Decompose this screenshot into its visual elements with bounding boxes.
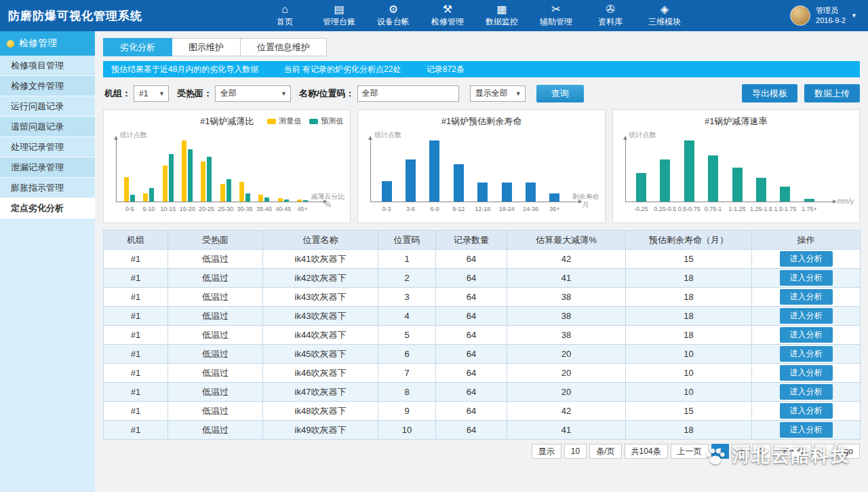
bar-group: [773, 187, 797, 202]
goto-page-input[interactable]: [814, 444, 835, 459]
sidebar-item-repair-file-management[interactable]: 检修文件管理: [0, 76, 95, 96]
enter-analysis-button[interactable]: 进入分析: [780, 289, 833, 305]
table-cell: ik42吹灰器下: [263, 269, 378, 288]
enter-analysis-button[interactable]: 进入分析: [780, 251, 833, 267]
nav-item-3d-module[interactable]: ◈三维模块: [637, 0, 692, 31]
action-cell: 进入分析: [752, 421, 861, 440]
enter-analysis-button[interactable]: 进入分析: [780, 403, 833, 419]
user-avatar[interactable]: [790, 5, 810, 26]
enter-analysis-button[interactable]: 进入分析: [780, 270, 833, 286]
table-cell: 低温过: [168, 326, 263, 345]
next-page-button[interactable]: 下一页: [774, 444, 812, 459]
table-cell: ik41吹灰器下: [263, 250, 378, 269]
page-button-2[interactable]: 2: [732, 444, 750, 459]
surface-select[interactable]: 全部 ▼: [215, 86, 291, 102]
action-cell: 进入分析: [752, 269, 861, 288]
bar-group: [159, 154, 178, 202]
table-body: #1低温过ik41吹灰器下1644215进入分析#1低温过ik42吹灰器下264…: [104, 250, 861, 440]
show-all-select[interactable]: 显示全部 ▼: [470, 86, 526, 102]
tab-degradation-analysis[interactable]: 劣化分析: [103, 38, 172, 56]
prev-page-button[interactable]: 上一页: [671, 444, 709, 459]
page-button-3[interactable]: 3: [753, 444, 771, 459]
gear-icon: ⚙: [389, 3, 398, 16]
table-cell: 2: [378, 269, 436, 288]
x-tick-label: -0.25: [629, 206, 653, 212]
table-row: #1低温过ik45吹灰器下6642010进入分析: [104, 345, 861, 364]
enter-analysis-button[interactable]: 进入分析: [780, 422, 833, 438]
nav-item-maintenance-management[interactable]: ⚒检修管理: [420, 0, 475, 31]
chart-panel-remaining-life: #1锅炉预估剩余寿命 统计点数 0-33-66-99-1212-1818-242…: [357, 109, 605, 223]
enter-analysis-button[interactable]: 进入分析: [780, 384, 833, 400]
sidebar-item-legacy-issue-records[interactable]: 遗留问题记录: [0, 117, 95, 137]
export-template-button[interactable]: 导出模板: [742, 84, 797, 102]
nav-item-management-ledger[interactable]: ▤管理台账: [312, 0, 366, 31]
chevron-down-icon[interactable]: ▼: [851, 12, 857, 19]
remaining-life-cell: 10: [626, 383, 752, 402]
table-row: #1低温过ik49吹灰器下10644118进入分析: [104, 421, 861, 440]
bar-chart: 统计点数 0-55-1010-1515-2020-2525-3030-3535-…: [109, 130, 344, 220]
sidebar-item-operation-issue-records[interactable]: 运行问题记录: [0, 96, 95, 117]
table-cell: #1: [104, 421, 168, 440]
sidebar-item-leakage-records-management[interactable]: 泄漏记录管理: [0, 157, 95, 178]
sidebar-item-handling-records-management[interactable]: 处理记录管理: [0, 137, 95, 157]
column-header: 受热面: [168, 231, 263, 250]
tab-diagram-maintenance[interactable]: 图示维护: [172, 38, 241, 56]
nav-item-home[interactable]: ⌂首页: [258, 0, 312, 31]
chevron-down-icon: ▼: [159, 90, 165, 97]
data-upload-button[interactable]: 数据上传: [804, 84, 860, 102]
tab-location-info-maintenance[interactable]: 位置信息维护: [241, 38, 327, 56]
notice-part1: 预估结果基于近48月内的的劣化导入数据: [111, 64, 258, 74]
enter-analysis-button[interactable]: 进入分析: [780, 346, 833, 362]
sidebar-item-fixed-point-degradation-analysis[interactable]: 定点劣化分析: [0, 198, 95, 219]
table-cell: 低温过: [168, 383, 263, 402]
table-cell: 64: [436, 402, 507, 421]
bar: [502, 183, 512, 202]
y-axis: [370, 138, 371, 202]
bar-group: [422, 140, 446, 202]
enter-analysis-button[interactable]: 进入分析: [780, 365, 833, 381]
bar-group: [254, 195, 273, 202]
bar-group: [197, 157, 216, 202]
sidebar-item-expansion-indicator-management[interactable]: 膨胀指示管理: [0, 178, 95, 198]
nav-item-data-library[interactable]: ✇资料库: [583, 0, 637, 31]
action-cell: 进入分析: [752, 345, 861, 364]
action-cell: 进入分析: [752, 288, 861, 307]
x-tick-label: 3-6: [399, 206, 422, 212]
enter-analysis-button[interactable]: 进入分析: [780, 308, 833, 324]
x-axis-label: 减薄百分比 %: [311, 193, 344, 208]
query-button[interactable]: 查询: [536, 85, 584, 102]
chart-title: #1锅炉减薄速率: [613, 115, 859, 128]
bars: [120, 137, 312, 202]
table-cell: ik49吹灰器下: [263, 421, 378, 440]
per-page-label: 条/页: [589, 444, 621, 459]
enter-analysis-button[interactable]: 进入分析: [780, 327, 833, 343]
remaining-life-cell: 18: [626, 307, 752, 326]
bar: [188, 149, 193, 202]
legend-item-measured: 测量值: [267, 116, 301, 126]
table-row: #1低温过ik43吹灰器下4643818进入分析: [104, 307, 861, 326]
max-wear-cell: 20: [507, 364, 626, 383]
remaining-life-cell: 18: [626, 269, 752, 288]
x-ticks: -0.250.25-0.50.5-0.750.75-11-1.251.25-1.…: [629, 206, 821, 212]
nav-label: 设备台帐: [377, 16, 410, 28]
column-header: 记录数量: [436, 231, 507, 250]
nav-item-auxiliary-management[interactable]: ✂辅助管理: [529, 0, 583, 31]
table-row: #1低温过ik46吹灰器下7642010进入分析: [104, 364, 861, 383]
table-cell: 64: [436, 326, 507, 345]
page-size-select[interactable]: 10: [564, 444, 587, 459]
ledger-icon: ▤: [334, 3, 344, 16]
x-tick-label: 30-35: [235, 206, 254, 212]
table-row: #1低温过ik42吹灰器下2644118进入分析: [104, 269, 861, 288]
table-cell: #1: [104, 383, 168, 402]
nav-item-data-monitoring[interactable]: ▦数据监控: [475, 0, 529, 31]
unit-select[interactable]: #1 ▼: [134, 86, 169, 102]
user-area[interactable]: 管理员 2016-9-2 ▼: [790, 5, 868, 26]
bar: [429, 140, 439, 202]
page-button-1[interactable]: 1: [711, 444, 730, 459]
table-cell: 低温过: [168, 364, 263, 383]
name-code-input[interactable]: [357, 86, 459, 102]
table-cell: 8: [378, 383, 436, 402]
sidebar-item-repair-project-management[interactable]: 检修项目管理: [0, 56, 95, 76]
go-button[interactable]: go: [837, 444, 860, 459]
nav-item-equipment-ledger[interactable]: ⚙设备台帐: [366, 0, 420, 31]
